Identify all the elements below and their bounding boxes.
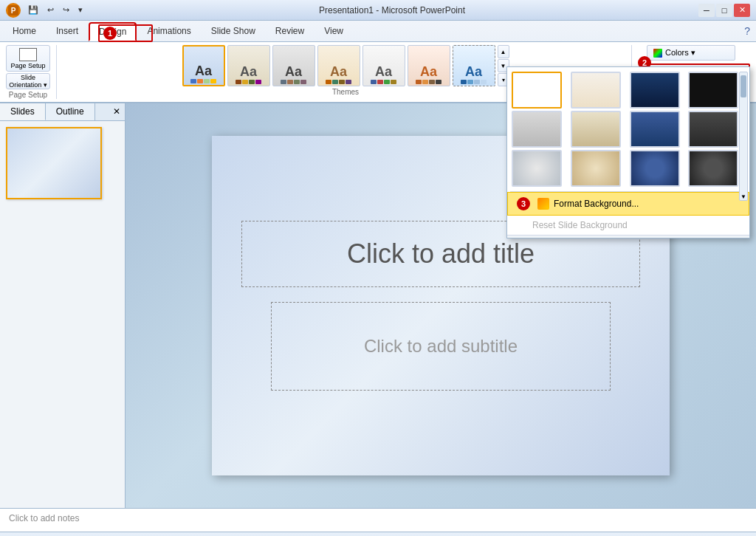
theme-6[interactable]: Aa: [408, 45, 450, 86]
slides-tab-outline[interactable]: Outline: [46, 103, 95, 120]
bg-swatch-7[interactable]: [630, 111, 680, 148]
bg-swatch-2[interactable]: [571, 72, 621, 109]
page-setup-group: Page Setup SlideOrientation ▾ Page Setup: [6, 45, 57, 99]
window-title: Presentation1 - Microsoft PowerPoint: [86, 5, 698, 16]
title-placeholder-text: Click to add title: [347, 238, 535, 269]
scroll-down-arrow[interactable]: ▼: [740, 193, 747, 200]
step3-annotation: 3: [517, 197, 530, 210]
bg-styles-dropdown: ▼ 3 Format Background... Reset Slide Bac…: [506, 66, 750, 238]
dropdown-footer: [507, 235, 749, 238]
themes-items: Aa Aa: [182, 45, 509, 86]
dropdown-scrollbar[interactable]: ▼: [739, 72, 748, 201]
tab-slideshow[interactable]: Slide Show: [202, 22, 265, 41]
scrollbar-thumb: [740, 75, 746, 97]
theme-5[interactable]: Aa: [362, 45, 405, 86]
bg-swatch-11[interactable]: [630, 150, 680, 187]
slide-thumb-1: [6, 127, 102, 199]
page-setup-button[interactable]: Page Setup: [6, 45, 50, 72]
subtitle-placeholder[interactable]: Click to add subtitle: [271, 302, 611, 391]
bg-swatch-3[interactable]: [630, 72, 680, 109]
slide-thumbnail-1[interactable]: 1: [6, 127, 119, 199]
minimize-button[interactable]: ─: [698, 4, 715, 17]
tab-animations[interactable]: Animations: [137, 22, 200, 41]
page-setup-buttons: Page Setup SlideOrientation ▾: [6, 45, 50, 89]
tab-view[interactable]: View: [315, 22, 353, 41]
help-button[interactable]: ?: [738, 22, 756, 41]
colors-icon: [653, 49, 662, 58]
window-controls: ─ □ ✕: [698, 4, 750, 17]
bg-swatch-4[interactable]: [688, 72, 738, 109]
ribbon-tabs: Home Insert Design Animations Slide Show…: [0, 21, 756, 41]
bg-swatch-8[interactable]: [688, 111, 738, 148]
app-icon: P: [6, 3, 21, 18]
bg-swatch-1[interactable]: [512, 72, 562, 109]
bg-swatch-12[interactable]: [688, 150, 738, 187]
title-left: P 💾 ↩ ↪ ▾: [6, 3, 86, 18]
reset-background-label: Reset Slide Background: [532, 220, 628, 230]
slides-tab-slides[interactable]: Slides: [0, 103, 46, 120]
redo-btn[interactable]: ↪: [60, 4, 72, 16]
colors-label: Colors ▾: [665, 48, 695, 58]
format-background-label: Format Background...: [554, 199, 639, 209]
slides-panel-close[interactable]: ✕: [109, 103, 125, 120]
colors-button[interactable]: Colors ▾: [647, 45, 735, 61]
slides-tabs: Slides Outline ✕: [0, 103, 125, 121]
format-bg-icon: [537, 198, 549, 210]
bg-swatch-6[interactable]: [571, 111, 621, 148]
bg-swatches-grid: [507, 67, 749, 191]
maximize-button[interactable]: □: [716, 4, 732, 17]
more-quick-btn[interactable]: ▾: [75, 4, 86, 16]
slide-orientation-button[interactable]: SlideOrientation ▾: [6, 73, 50, 89]
save-quick-btn[interactable]: 💾: [25, 4, 41, 16]
themes-up-btn[interactable]: ▲: [498, 45, 509, 58]
status-bar: Slide 1 of 1 "Office Theme" ⊟ ⊞ ▷ − + 68…: [0, 532, 756, 536]
slides-list: 1: [0, 121, 125, 508]
slide-thumb-inner-1: [7, 128, 100, 198]
theme-2[interactable]: Aa: [227, 45, 270, 86]
page-setup-items: Page Setup SlideOrientation ▾: [6, 45, 50, 89]
tab-design[interactable]: Design: [89, 22, 137, 41]
tab-review[interactable]: Review: [266, 22, 314, 41]
notes-area[interactable]: Click to add notes: [0, 508, 756, 532]
quick-access-toolbar: 💾 ↩ ↪ ▾: [25, 4, 86, 16]
tab-insert[interactable]: Insert: [47, 22, 88, 41]
subtitle-placeholder-text: Click to add subtitle: [364, 336, 518, 357]
theme-7[interactable]: Aa: [453, 45, 495, 86]
theme-office[interactable]: Aa: [182, 45, 225, 86]
themes-label: Themes: [332, 88, 359, 96]
page-setup-label: Page Setup: [9, 91, 47, 99]
slides-panel: Slides Outline ✕ 1: [0, 103, 126, 508]
format-background-menuitem[interactable]: 3 Format Background...: [507, 192, 749, 216]
tab-home[interactable]: Home: [3, 22, 46, 41]
svg-rect-2: [539, 199, 548, 208]
bg-swatch-9[interactable]: [512, 150, 562, 187]
bg-swatch-5[interactable]: [512, 111, 562, 148]
bg-swatch-10[interactable]: [571, 150, 621, 187]
close-button[interactable]: ✕: [734, 4, 750, 17]
undo-btn[interactable]: ↩: [44, 4, 57, 16]
svg-text:P: P: [11, 7, 16, 15]
notes-placeholder: Click to add notes: [9, 513, 79, 523]
theme-3[interactable]: Aa: [272, 45, 315, 86]
reset-slide-background-menuitem: Reset Slide Background: [507, 216, 749, 235]
title-bar: P 💾 ↩ ↪ ▾ Presentation1 - Microsoft Powe…: [0, 0, 756, 21]
theme-4[interactable]: Aa: [317, 45, 360, 86]
